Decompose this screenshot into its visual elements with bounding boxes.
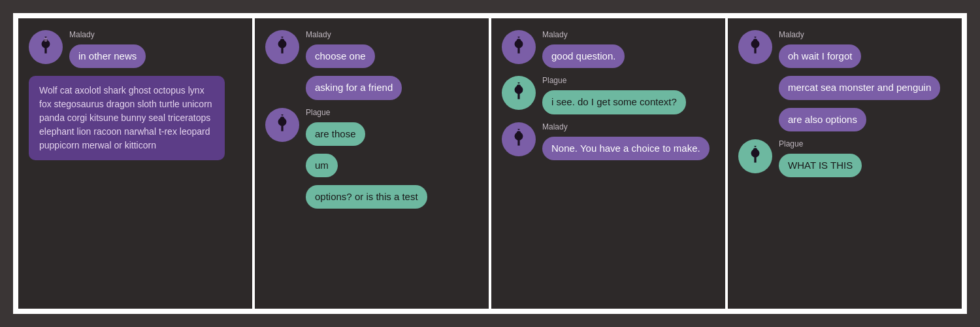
username: Plague [779,139,862,148]
message-row: Malady in other news [29,30,242,68]
svg-point-4 [44,38,48,42]
character-icon [508,129,529,150]
avatar [29,30,63,64]
bubble: good question. [542,44,625,68]
svg-point-26 [517,82,519,84]
svg-point-9 [280,39,284,43]
bubble: in other news [69,44,146,68]
username: Malady [779,30,861,39]
message-group: Malady good question. [542,30,625,68]
svg-point-34 [753,39,757,43]
svg-rect-38 [754,156,756,163]
bubble: choose one [306,44,375,68]
panel-3: Malady good question. Plague i see. do I… [491,18,725,309]
bubble: WHAT IS THIS [779,154,862,177]
standalone-bubble-row: mercat sea monster and penguin [779,76,951,99]
character-icon [745,37,766,58]
message-group: Malady in other news [69,30,146,68]
svg-point-19 [517,39,521,43]
avatar [502,30,536,64]
bubble: None. You have a choice to make. [542,137,710,160]
svg-rect-8 [281,47,283,54]
message-group: Malady None. You have a choice to make. [542,122,710,160]
svg-point-36 [754,37,756,38]
username: Plague [542,76,686,85]
avatar [502,122,536,156]
message-group: Plague are those [306,108,365,146]
username: Plague [306,108,365,117]
bubble: are also options [779,108,866,131]
svg-point-39 [753,148,757,152]
bubble: um [306,154,338,177]
svg-point-16 [281,114,283,116]
message-row: Plague WHAT IS THIS [738,139,951,177]
avatar [265,108,299,142]
character-icon [35,37,56,58]
comic-strip: Malady in other news Wolf cat axolotl sh… [13,13,967,314]
panel-4: Malady oh wait I forgot mercat sea monst… [728,18,962,309]
avatar [265,30,299,64]
panel-1: Malady in other news Wolf cat axolotl sh… [18,18,252,309]
character-icon [272,37,293,58]
message-row: Plague are those [265,108,478,146]
text-block: Wolf cat axolotl shark ghost octopus lyn… [29,76,225,160]
username: Malady [306,30,375,39]
avatar [738,30,772,64]
message-row: Malady good question. [502,30,715,68]
bubble: are those [306,122,365,146]
bubble: asking for a friend [306,76,402,99]
svg-point-41 [754,146,756,147]
svg-rect-33 [754,47,756,54]
bubble: i see. do I get some context? [542,90,686,114]
message-group: Plague WHAT IS THIS [779,139,862,177]
message-row: Malady None. You have a choice to make. [502,122,715,160]
svg-rect-28 [517,139,519,146]
bubble: mercat sea monster and penguin [779,76,940,99]
svg-point-14 [280,116,284,120]
username: Malady [542,30,625,39]
svg-point-21 [517,37,519,38]
svg-rect-13 [281,125,283,131]
svg-rect-18 [517,47,519,54]
character-icon [508,37,529,58]
standalone-bubble-row: options? or is this a test [306,185,478,209]
character-icon [745,146,766,167]
message-row: Malady choose one [265,30,478,68]
svg-point-24 [517,84,521,88]
bubble: options? or is this a test [306,185,427,209]
message-row: Malady oh wait I forgot [738,30,951,68]
message-group: Plague i see. do I get some context? [542,76,686,114]
svg-point-31 [517,129,519,130]
message-row: Plague i see. do I get some context? [502,76,715,114]
character-icon [508,82,529,103]
svg-rect-23 [517,93,519,99]
avatar [738,139,772,173]
avatar [502,76,536,110]
standalone-bubble-row: asking for a friend [306,76,478,99]
username: Malady [69,30,146,39]
message-group: Malady choose one [306,30,375,68]
standalone-bubble-row: um [306,154,478,177]
username: Malady [542,122,710,131]
svg-point-11 [281,37,283,38]
character-icon [272,114,293,135]
panel-2: Malady choose one asking for a friend Pl… [255,18,489,309]
svg-rect-2 [44,47,46,54]
svg-point-6 [44,37,46,38]
svg-point-29 [517,131,521,135]
message-group: Malady oh wait I forgot [779,30,861,68]
standalone-bubble-row: are also options [779,108,951,131]
bubble: oh wait I forgot [779,44,861,68]
